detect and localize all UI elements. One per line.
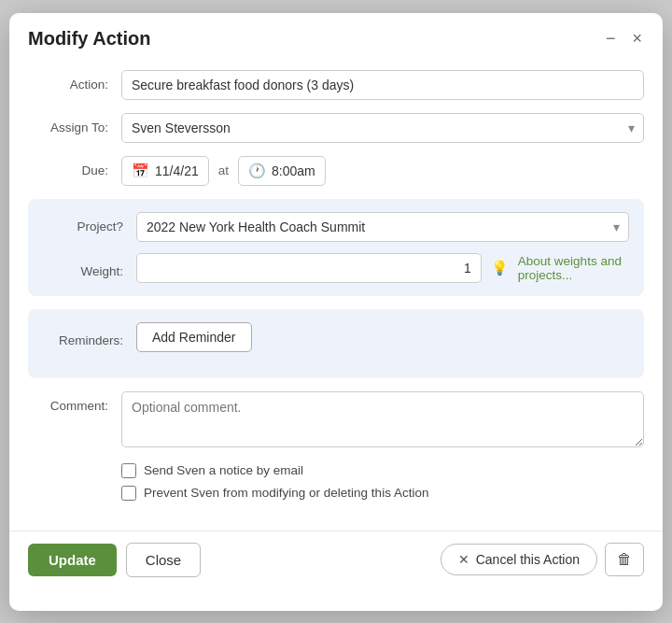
close-dialog-button[interactable]: ×: [630, 28, 644, 49]
delete-button[interactable]: 🗑: [605, 543, 644, 576]
project-row: Project? 2022 New York Health Coach Summ…: [43, 212, 629, 242]
date-picker[interactable]: 📅 11/4/21: [121, 156, 209, 186]
comment-label: Comment:: [28, 391, 121, 413]
cancel-action-label: Cancel this Action: [476, 552, 580, 567]
clock-icon: 🕐: [248, 163, 266, 179]
footer-right: ✕ Cancel this Action 🗑: [441, 543, 644, 576]
cancel-action-button[interactable]: ✕ Cancel this Action: [441, 544, 597, 575]
dialog-controls: − ×: [604, 28, 644, 49]
time-picker[interactable]: 🕐 8:00am: [238, 156, 326, 186]
footer-left: Update Close: [28, 543, 201, 577]
weight-input[interactable]: [136, 253, 482, 283]
project-select[interactable]: 2022 New York Health Coach Summit: [136, 212, 629, 242]
comment-textarea[interactable]: [121, 391, 644, 447]
due-row: Due: 📅 11/4/21 at 🕐 8:00am: [28, 156, 644, 186]
email-notice-checkbox[interactable]: [121, 463, 136, 478]
at-label: at: [218, 163, 229, 177]
due-label: Due:: [28, 156, 121, 177]
action-field-wrapper: [121, 70, 644, 100]
lightbulb-icon: 💡: [491, 260, 509, 276]
checkboxes-area: Send Sven a notice by email Prevent Sven…: [121, 463, 644, 501]
minimize-button[interactable]: −: [604, 28, 618, 49]
dialog-footer: Update Close ✕ Cancel this Action 🗑: [9, 531, 663, 596]
action-row: Action:: [28, 70, 644, 100]
email-notice-label: Send Sven a notice by email: [144, 463, 303, 477]
about-weights-link[interactable]: About weights and projects...: [518, 254, 629, 282]
trash-icon: 🗑: [617, 551, 632, 568]
time-value: 8:00am: [272, 163, 315, 178]
project-section: Project? 2022 New York Health Coach Summ…: [28, 199, 644, 296]
due-controls: 📅 11/4/21 at 🕐 8:00am: [121, 156, 644, 186]
checkbox-row-2: Prevent Sven from modifying or deleting …: [121, 486, 644, 501]
weight-label: Weight:: [43, 257, 136, 278]
action-label: Action:: [28, 70, 121, 92]
calendar-icon: 📅: [132, 163, 149, 179]
update-button[interactable]: Update: [28, 544, 117, 576]
dialog-title: Modify Action: [28, 28, 150, 50]
reminders-row: Reminders: Add Reminder: [43, 322, 629, 352]
comment-row: Comment:: [28, 391, 644, 450]
modify-action-dialog: Modify Action − × Action: Assign To: Sve…: [9, 13, 663, 611]
action-input[interactable]: [121, 70, 644, 100]
prevent-modify-checkbox[interactable]: [121, 486, 136, 501]
assign-row: Assign To: Sven Steversson: [28, 113, 644, 143]
weight-controls: 💡 About weights and projects...: [136, 253, 629, 283]
add-reminder-button[interactable]: Add Reminder: [136, 322, 252, 352]
cancel-x-icon: ✕: [458, 552, 469, 567]
dialog-header: Modify Action − ×: [9, 13, 663, 61]
dialog-body: Action: Assign To: Sven Steversson Due: …: [9, 61, 663, 531]
checkbox-row-1: Send Sven a notice by email: [121, 463, 644, 478]
assign-select[interactable]: Sven Steversson: [121, 113, 644, 143]
prevent-modify-label: Prevent Sven from modifying or deleting …: [144, 486, 428, 500]
close-button[interactable]: Close: [126, 543, 201, 577]
assign-select-wrapper: Sven Steversson: [121, 113, 644, 143]
date-value: 11/4/21: [155, 163, 199, 178]
reminders-controls: Add Reminder: [136, 322, 629, 352]
project-label: Project?: [43, 212, 136, 234]
assign-label: Assign To:: [28, 113, 121, 135]
comment-wrapper: [121, 391, 644, 450]
project-select-wrapper: 2022 New York Health Coach Summit: [136, 212, 629, 242]
weight-row: Weight: 💡 About weights and projects...: [43, 253, 629, 283]
reminders-label: Reminders:: [43, 326, 136, 347]
reminders-section: Reminders: Add Reminder: [28, 309, 644, 378]
